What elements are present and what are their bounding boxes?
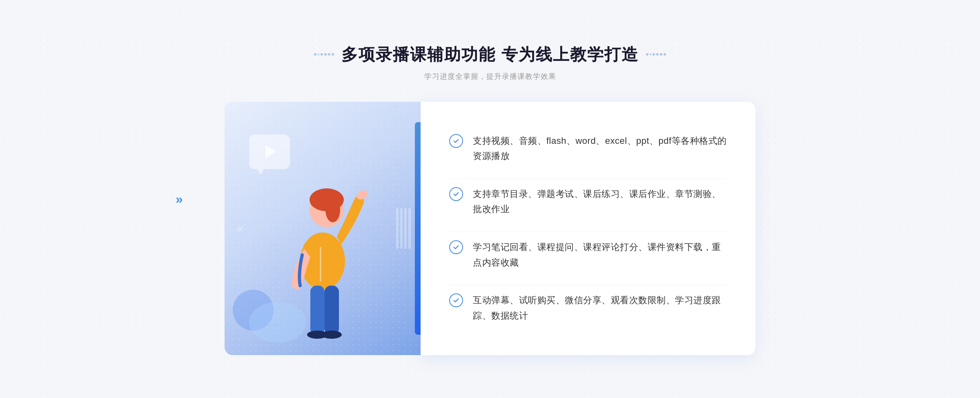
- dot-3: [321, 53, 323, 56]
- svg-point-3: [325, 198, 340, 222]
- dot-2: [318, 54, 319, 55]
- dot-1: [314, 53, 316, 56]
- dot-r4: [656, 53, 659, 56]
- svg-point-8: [321, 331, 342, 339]
- illustration-panel: «: [225, 102, 421, 355]
- main-content: «: [225, 102, 755, 355]
- feature-text-2: 支持章节目录、弹题考试、课后练习、课后作业、章节测验、批改作业: [473, 186, 727, 217]
- dot-r3: [653, 53, 655, 56]
- title-dots-right: [646, 53, 666, 56]
- check-circle-icon-4: [449, 293, 463, 307]
- dot-4: [324, 53, 327, 56]
- feature-text-1: 支持视频、音频、flash、word、excel、ppt、pdf等各种格式的资源…: [473, 133, 727, 164]
- svg-rect-5: [310, 286, 325, 335]
- feature-item-2: 支持章节目录、弹题考试、课后练习、课后作业、章节测验、批改作业: [449, 179, 727, 224]
- outer-chevrons-icon: »: [176, 192, 180, 207]
- feature-item-3: 学习笔记回看、课程提问、课程评论打分、课件资料下载，重点内容收藏: [449, 232, 727, 277]
- dot-6: [332, 53, 334, 56]
- deco-stripes: [396, 208, 412, 249]
- accent-bar: [415, 122, 421, 335]
- title-dots-left: [314, 53, 334, 56]
- check-circle-icon-3: [449, 240, 463, 254]
- feature-text-3: 学习笔记回看、课程提问、课程评论打分、课件资料下载，重点内容收藏: [473, 239, 727, 270]
- header-title-row: 多项录播课辅助功能 专为线上教学打造: [314, 43, 666, 66]
- page-container: 多项录播课辅助功能 专为线上教学打造 学习进度全掌握，提升录播课教学效果: [0, 0, 980, 398]
- left-chevrons-icon: «: [237, 222, 242, 235]
- dot-r1: [646, 53, 648, 56]
- header-section: 多项录播课辅助功能 专为线上教学打造 学习进度全掌握，提升录播课教学效果: [314, 43, 666, 81]
- feature-item-1: 支持视频、音频、flash、word、excel、ppt、pdf等各种格式的资源…: [449, 126, 727, 171]
- check-circle-icon-2: [449, 187, 463, 201]
- features-panel: 支持视频、音频、flash、word、excel、ppt、pdf等各种格式的资源…: [421, 102, 755, 355]
- page-title: 多项录播课辅助功能 专为线上教学打造: [341, 43, 638, 66]
- dot-r6: [664, 53, 666, 56]
- human-figure-illustration: [257, 151, 388, 355]
- dot-5: [328, 53, 330, 56]
- page-subtitle: 学习进度全掌握，提升录播课教学效果: [314, 72, 666, 81]
- dot-r2: [650, 54, 651, 55]
- svg-rect-6: [325, 286, 339, 335]
- feature-item-4: 互动弹幕、试听购买、微信分享、观看次数限制、学习进度跟踪、数据统计: [449, 285, 727, 331]
- dot-r5: [660, 53, 662, 56]
- check-circle-icon-1: [449, 134, 463, 148]
- feature-text-4: 互动弹幕、试听购买、微信分享、观看次数限制、学习进度跟踪、数据统计: [473, 293, 727, 323]
